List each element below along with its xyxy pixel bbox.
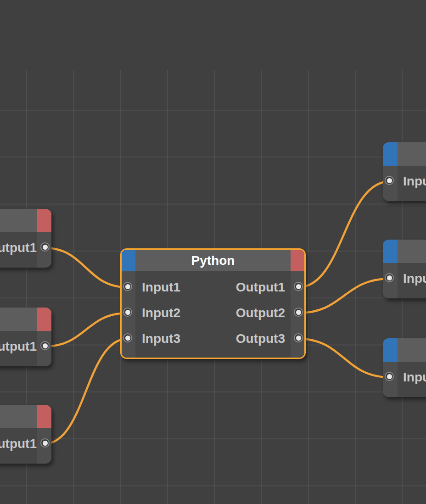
source-node-1[interactable]: Output1 (0, 209, 51, 268)
node-editor-canvas[interactable]: Output1 Output1 Output1 Python Input1 (0, 0, 426, 504)
python-node[interactable]: Python Input1 Output1 Input2 Output2 Inp… (120, 248, 306, 359)
node-header[interactable] (383, 240, 426, 263)
node-header[interactable] (0, 308, 51, 331)
output-port-label: Output1 (236, 280, 285, 295)
source-node-3[interactable]: Output1 (0, 405, 51, 464)
output-port[interactable] (40, 438, 50, 448)
output-port[interactable] (294, 282, 303, 291)
input-port-label: Input1 (403, 370, 426, 385)
input-port[interactable] (123, 308, 132, 317)
node-corner-blue (383, 240, 398, 263)
node-header[interactable] (0, 209, 51, 232)
output-port[interactable] (40, 341, 50, 350)
io-row: Input1 Output1 (122, 274, 304, 300)
node-header[interactable]: Python (122, 250, 304, 271)
input-port[interactable] (385, 273, 394, 282)
connection-wire-6[interactable] (298, 339, 390, 377)
output-port-label: Output1 (0, 339, 37, 354)
input-port[interactable] (123, 282, 132, 291)
connection-wire-4[interactable] (298, 181, 390, 287)
node-header[interactable] (383, 142, 426, 166)
output-port-label: Output3 (236, 331, 285, 346)
input-port-label: Input1 (403, 174, 426, 189)
target-node-1[interactable]: Input1 (383, 142, 426, 201)
input-port-label: Input1 (142, 280, 180, 295)
output-port-label: Output1 (0, 241, 37, 255)
target-node-3[interactable]: Input1 (383, 338, 426, 397)
node-corner-red (37, 209, 51, 232)
input-port[interactable] (385, 372, 394, 381)
target-node-2[interactable]: Input1 (383, 240, 426, 298)
output-port[interactable] (294, 308, 303, 317)
io-row: Input2 Output2 (122, 300, 304, 326)
input-port[interactable] (123, 333, 132, 342)
node-header[interactable] (383, 338, 426, 362)
input-port[interactable] (385, 176, 394, 185)
connection-wire-1[interactable] (44, 248, 128, 287)
node-corner-blue (383, 142, 398, 166)
output-port-label: Output1 (0, 437, 37, 451)
connection-wire-3[interactable] (44, 339, 128, 444)
source-node-2[interactable]: Output1 (0, 308, 51, 366)
node-title: Python (122, 250, 304, 271)
input-port-label: Input3 (142, 331, 180, 346)
node-corner-red (37, 405, 51, 428)
output-port[interactable] (294, 333, 303, 342)
input-port-label: Input1 (403, 271, 426, 286)
output-port-label: Output2 (236, 306, 285, 320)
io-row: Input3 Output3 (122, 326, 304, 352)
output-port[interactable] (40, 242, 50, 252)
node-header[interactable] (0, 405, 51, 428)
node-corner-blue (383, 338, 398, 362)
node-corner-red (37, 308, 51, 331)
input-port-label: Input2 (142, 306, 180, 320)
